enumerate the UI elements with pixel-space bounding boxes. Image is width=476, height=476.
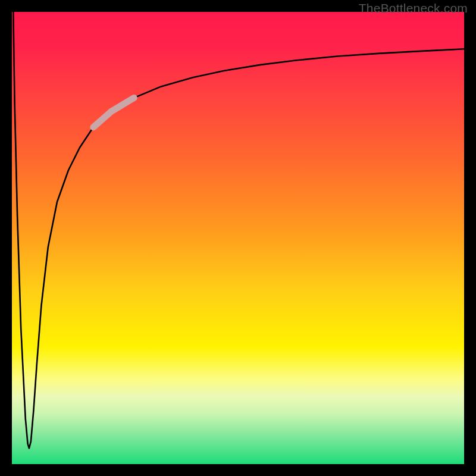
attribution-text: TheBottleneck.com xyxy=(359,1,468,15)
curve-highlight xyxy=(93,98,134,127)
curve-layer xyxy=(12,12,464,464)
chart-frame: TheBottleneck.com xyxy=(0,0,476,476)
curve-path xyxy=(13,12,464,448)
